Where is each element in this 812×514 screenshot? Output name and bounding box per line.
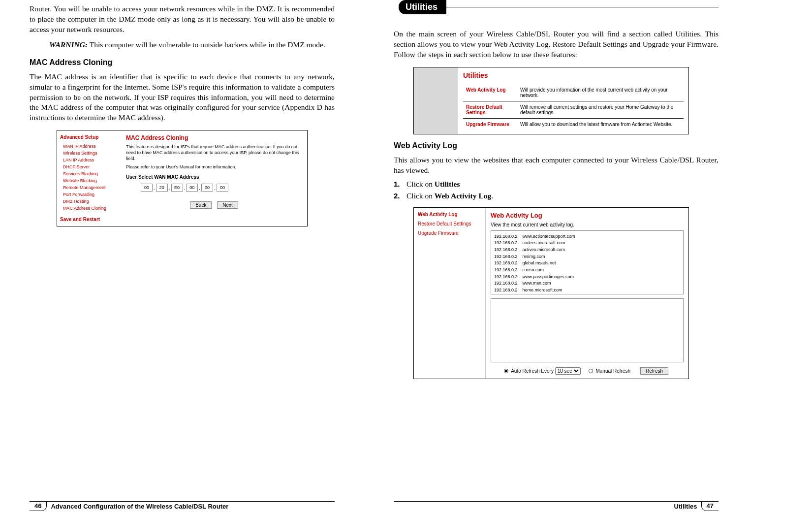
web-log-heading: Web Activity Log (394, 141, 718, 150)
chapter-line (446, 7, 718, 7)
ss2-main: Utilities Web Activity LogWill provide y… (458, 67, 688, 134)
mac-octet-3[interactable] (171, 184, 183, 192)
step-number: 2. (394, 192, 406, 200)
web-log-para: This allows you to view the websites tha… (394, 155, 718, 176)
utilities-table: Web Activity LogWill provide you informa… (463, 84, 684, 130)
warning-block: WARNING: This computer will be vulnerabl… (49, 40, 335, 50)
warning-text: This computer will be vulnerable to outs… (88, 40, 325, 49)
screenshot-web-activity: Web Activity Log Restore Default Setting… (413, 207, 689, 379)
footer-title: Advanced Configuration of the Wireless C… (51, 503, 228, 510)
refresh-row: Auto Refresh Every 10 sec Manual Refresh… (491, 367, 684, 375)
ss3-side-item[interactable]: Web Activity Log (418, 212, 481, 217)
warning-label: WARNING: (49, 40, 88, 49)
step-2: 2. Click on Web Activity Log. (394, 192, 718, 200)
radio-icon[interactable] (589, 369, 593, 373)
sidebar-item[interactable]: DMZ Hosting (60, 198, 118, 205)
mac-octet-1[interactable] (141, 184, 153, 192)
auto-refresh-option[interactable]: Auto Refresh Every 10 sec (504, 367, 581, 375)
screenshot-utilities: Utilities Web Activity LogWill provide y… (413, 67, 689, 134)
ss3-title: Web Activity Log (491, 212, 684, 219)
page-right: Utilities On the main screen of your Wir… (379, 0, 733, 514)
sidebar-item[interactable]: DHCP Server (60, 163, 118, 170)
util-desc: Will allow you to download the latest fi… (517, 118, 684, 130)
ss1-save-restart[interactable]: Save and Restart (60, 217, 118, 222)
ss3-subtitle: View the most current web activity log. (491, 222, 684, 227)
step-number: 1. (394, 180, 406, 189)
next-button[interactable]: Next (217, 201, 238, 209)
sidebar-item[interactable]: WAN IP Address (60, 143, 118, 150)
ss2-title: Utilities (463, 71, 684, 79)
util-key[interactable]: Web Activity Log (463, 84, 517, 101)
blank-textarea[interactable] (491, 298, 684, 362)
ss1-mac-label: User Select WAN MAC Address (126, 174, 302, 180)
ss3-sidebar: Web Activity Log Restore Default Setting… (414, 208, 485, 379)
sidebar-item[interactable]: Website Blocking (60, 177, 118, 184)
step-text: Click on Web Activity Log. (406, 192, 493, 200)
mac-heading: MAC Address Cloning (30, 58, 335, 67)
ss1-desc2: Please refer to your User's Manual for m… (126, 164, 302, 170)
ss2-sidebar (414, 67, 458, 134)
util-key[interactable]: Restore Default Settings (463, 101, 517, 118)
util-desc: Will provide you information of the most… (517, 84, 684, 101)
refresh-interval-select[interactable]: 10 sec (555, 367, 581, 375)
mac-octet-6[interactable] (217, 184, 228, 192)
util-key[interactable]: Upgrade Firmware (463, 118, 517, 130)
sidebar-item[interactable]: LAN IP Address (60, 157, 118, 163)
page-left: Router. You will be unable to access you… (15, 0, 349, 514)
util-desc: Will remove all current settings and res… (517, 101, 684, 118)
sidebar-item[interactable]: MAC Address Cloning (60, 205, 118, 212)
mac-octet-5[interactable] (201, 184, 213, 192)
screenshot-mac-cloning: Advanced Setup WAN IP Address Wireless S… (57, 130, 308, 226)
mac-octet-2[interactable] (156, 184, 168, 192)
log-box[interactable]: 192.168.0.2www.actiontecsupport.com 192.… (491, 230, 684, 294)
ss1-sidebar: Advanced Setup WAN IP Address Wireless S… (57, 130, 121, 226)
ss1-main: MAC Address Cloning This feature is desi… (121, 130, 307, 226)
sidebar-item[interactable]: Port Forwarding (60, 191, 118, 198)
radio-icon[interactable] (504, 369, 508, 373)
sidebar-item[interactable]: Remote Management (60, 184, 118, 191)
step-1: 1. Click on Utilities (394, 180, 718, 189)
ss1-sidebar-title: Advanced Setup (60, 134, 118, 140)
footer-title: Utilities (674, 503, 697, 510)
ss3-main: Web Activity Log View the most current w… (485, 208, 688, 379)
chapter-tab: Utilities (394, 0, 718, 14)
ss1-button-row: Back Next (126, 201, 302, 209)
back-button[interactable]: Back (190, 201, 212, 209)
ss3-side-item[interactable]: Upgrade Firmware (418, 230, 481, 236)
dmz-paragraph: Router. You will be unable to access you… (30, 4, 335, 35)
chapter-title: Utilities (399, 0, 446, 14)
ss1-desc1: This feature is designed for ISPs that r… (126, 144, 302, 161)
footer-right: Utilities 47 (394, 501, 718, 511)
ss1-title: MAC Address Cloning (126, 134, 302, 141)
manual-refresh-option[interactable]: Manual Refresh (589, 368, 630, 374)
refresh-button[interactable]: Refresh (640, 367, 668, 375)
step-text: Click on Utilities (406, 180, 460, 189)
page-number: 46 (30, 501, 47, 511)
footer-left: 46 Advanced Configuration of the Wireles… (30, 501, 335, 511)
utilities-intro: On the main screen of your Wireless Cabl… (394, 29, 718, 60)
mac-octet-4[interactable] (186, 184, 198, 192)
page-number: 47 (701, 501, 718, 511)
ss3-side-item[interactable]: Restore Default Settings (418, 221, 481, 226)
mac-input-row: . . . . . (126, 184, 302, 192)
mac-paragraph: The MAC address is an identifier that is… (30, 72, 335, 124)
sidebar-item[interactable]: Wireless Settings (60, 150, 118, 157)
sidebar-item[interactable]: Services Blocking (60, 170, 118, 177)
